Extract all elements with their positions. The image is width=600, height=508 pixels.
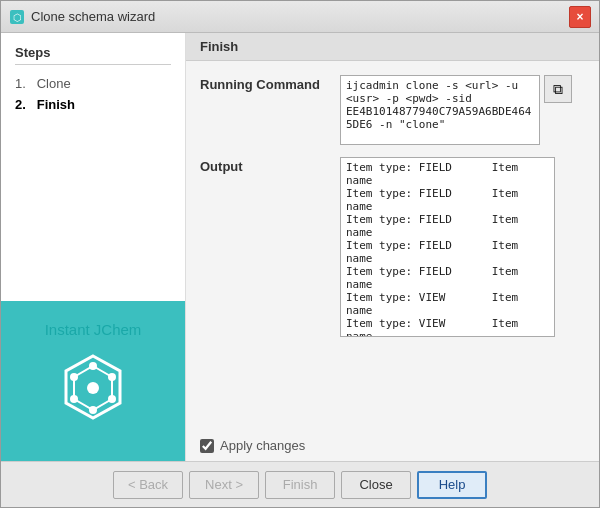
output-control <box>340 157 585 337</box>
footer: < Back Next > Finish Close Help <box>1 461 599 507</box>
close-button[interactable]: × <box>569 6 591 28</box>
sidebar: Steps 1. Clone 2. Finish Instant JChem <box>1 33 186 461</box>
panel-header: Finish <box>186 33 599 61</box>
step-1-number: 1. <box>15 76 26 91</box>
close-button-footer[interactable]: Close <box>341 471 411 499</box>
panel-body: Running Command ⧉ Output <box>186 61 599 438</box>
svg-point-5 <box>89 362 97 370</box>
brand-label: Instant JChem <box>45 321 142 338</box>
copy-icon: ⧉ <box>553 81 563 98</box>
running-command-row: Running Command ⧉ <box>200 75 585 145</box>
main-content: Steps 1. Clone 2. Finish Instant JChem <box>1 33 599 461</box>
output-label: Output <box>200 157 330 174</box>
right-panel: Finish Running Command ⧉ Output <box>186 33 599 461</box>
step-2-label: Finish <box>37 97 75 112</box>
help-button[interactable]: Help <box>417 471 487 499</box>
svg-point-7 <box>108 395 116 403</box>
titlebar-title: Clone schema wizard <box>31 9 155 24</box>
apply-changes-label: Apply changes <box>220 438 305 453</box>
svg-point-4 <box>87 382 99 394</box>
running-command-label: Running Command <box>200 75 330 92</box>
svg-point-10 <box>70 373 78 381</box>
finish-button[interactable]: Finish <box>265 471 335 499</box>
titlebar-left: ⬡ Clone schema wizard <box>9 9 155 25</box>
output-row: Output <box>200 157 585 337</box>
running-command-textarea[interactable] <box>340 75 540 145</box>
next-button[interactable]: Next > <box>189 471 259 499</box>
step-2-number: 2. <box>15 97 26 112</box>
sidebar-steps: Steps 1. Clone 2. Finish <box>1 33 185 301</box>
svg-point-9 <box>70 395 78 403</box>
hex-logo-icon <box>58 352 128 422</box>
back-button[interactable]: < Back <box>113 471 183 499</box>
svg-point-8 <box>89 406 97 414</box>
app-icon: ⬡ <box>9 9 25 25</box>
svg-point-6 <box>108 373 116 381</box>
apply-changes-checkbox[interactable] <box>200 439 214 453</box>
output-textarea[interactable] <box>340 157 555 337</box>
sidebar-brand-area: Instant JChem <box>1 301 185 461</box>
copy-button[interactable]: ⧉ <box>544 75 572 103</box>
titlebar: ⬡ Clone schema wizard × <box>1 1 599 33</box>
step-finish: 2. Finish <box>15 94 171 115</box>
step-clone: 1. Clone <box>15 73 171 94</box>
steps-title: Steps <box>15 45 171 65</box>
wizard-window: ⬡ Clone schema wizard × Steps 1. Clone 2… <box>0 0 600 508</box>
step-1-label: Clone <box>37 76 71 91</box>
running-command-control: ⧉ <box>340 75 585 145</box>
apply-changes-row: Apply changes <box>186 438 599 461</box>
svg-text:⬡: ⬡ <box>13 12 22 23</box>
